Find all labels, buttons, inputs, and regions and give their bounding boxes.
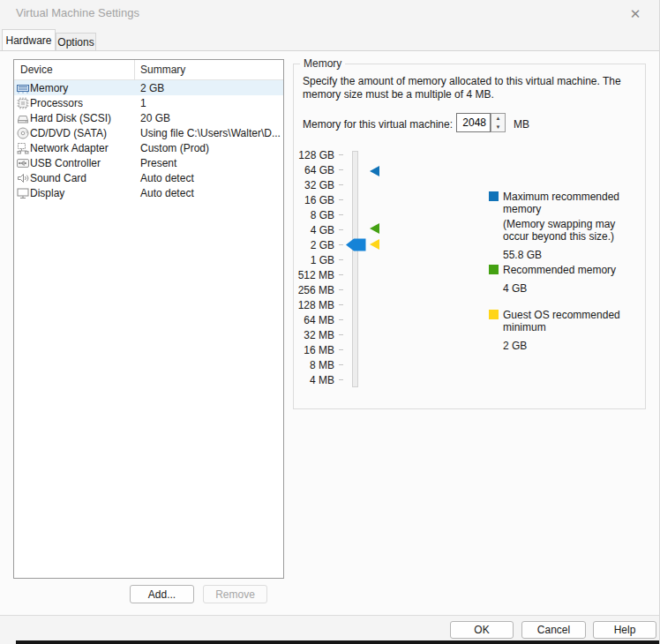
tick-mark [339,334,343,335]
column-header-device[interactable]: Device [20,64,53,76]
legend-value: 55.8 GB [503,249,643,261]
ok-button[interactable]: OK [450,621,514,639]
bottom-edge [16,640,660,644]
tick-mark [339,184,343,185]
device-name: CD/DVD (SATA) [30,127,107,139]
scale-label: 128 GB [298,149,334,161]
scale-label: 64 GB [304,164,334,176]
blue-swatch-icon [489,191,499,201]
hard-disk-icon [16,111,30,125]
column-header-summary[interactable]: Summary [140,64,185,76]
scale-label: 2 GB [311,239,334,251]
cancel-button[interactable]: Cancel [521,621,586,639]
tick-mark [339,244,343,245]
table-row-processors[interactable]: Processors 1 [14,95,283,110]
legend-recommended: Recommended memory 4 GB [489,264,643,295]
legend-label: Guest OS recommended minimum [503,309,643,333]
tick-mark [339,319,343,320]
scale-label: 16 GB [304,194,334,206]
scale-label: 8 GB [311,209,334,221]
close-icon[interactable]: ✕ [624,4,647,25]
tick-mark [339,379,343,380]
help-button[interactable]: Help [593,621,656,639]
memory-value-input[interactable] [456,113,491,132]
device-summary: 20 GB [140,112,170,124]
spinner-down-icon[interactable]: ▼ [491,123,505,131]
table-row-hard-disk[interactable]: Hard Disk (SCSI) 20 GB [14,110,283,125]
network-adapter-icon [16,141,30,155]
green-swatch-icon [489,265,499,274]
device-summary: Custom (Prod) [140,142,209,154]
memory-input-label: Memory for this virtual machine: [303,118,453,131]
table-row-cd-dvd[interactable]: CD/DVD (SATA) Using file C:\Users\Walter… [14,125,283,140]
tick-mark [339,289,343,290]
processor-icon [16,96,30,110]
memory-slider-handle[interactable] [346,238,366,251]
add-button[interactable]: Add... [130,585,194,603]
remove-button[interactable]: Remove [203,585,267,603]
device-summary: Auto detect [140,172,194,184]
display-icon [16,186,30,200]
guest-os-minimum-marker-icon [370,239,379,250]
recommended-marker-icon [370,223,379,234]
hardware-tab-page: Device Summary Memory 2 GB Processors 1 … [0,50,660,615]
device-summary: Present [140,157,176,169]
device-name: Memory [30,82,68,94]
device-name: Processors [30,97,83,109]
table-row-usb-controller[interactable]: USB Controller Present [14,155,283,170]
legend-label: Maximum recommended memory [503,191,643,215]
scale-label: 16 MB [304,344,334,356]
memory-slider-track[interactable] [352,151,358,387]
device-summary: 2 GB [140,82,164,94]
device-name: USB Controller [30,157,101,169]
column-divider [134,60,135,80]
scale-label: 256 MB [298,284,334,296]
scale-label: 1 GB [311,254,334,266]
table-row-sound-card[interactable]: Sound Card Auto detect [14,170,283,185]
device-list-header: Device Summary [14,60,283,80]
tick-mark [339,349,343,350]
device-summary: Using file C:\Users\Walter\D... [140,127,281,139]
scale-label: 8 MB [310,359,334,371]
legend-note: (Memory swapping may occur beyond this s… [503,218,635,243]
tick-mark [339,199,343,200]
cd-dvd-icon [16,126,30,140]
device-name: Hard Disk (SCSI) [30,112,111,124]
tick-mark [339,229,343,230]
scale-label: 32 MB [304,329,334,341]
memory-description: Specify the amount of memory allocated t… [303,75,643,101]
scale-label: 4 MB [310,374,334,386]
tab-strip: Hardware Options [0,29,659,50]
yellow-swatch-icon [489,310,499,319]
tab-options[interactable]: Options [56,33,96,50]
device-summary: 1 [140,97,146,109]
legend-label: Recommended memory [503,264,616,276]
tick-mark [339,259,343,260]
legend-value: 4 GB [503,282,643,295]
table-row-memory[interactable]: Memory 2 GB [14,80,283,95]
device-name: Sound Card [30,172,86,184]
groupbox-title: Memory [300,57,345,70]
legend-value: 2 GB [503,340,643,352]
tick-mark [339,214,343,215]
device-name: Network Adapter [30,142,109,154]
dialog-title: Virtual Machine Settings [16,6,139,19]
scale-label: 64 MB [304,314,334,326]
title-bar: Virtual Machine Settings ✕ [0,0,659,29]
virtual-machine-settings-dialog: Virtual Machine Settings ✕ Hardware Opti… [0,0,660,644]
sound-card-icon [16,171,30,185]
max-recommended-marker-icon [370,166,379,176]
memory-icon [16,81,30,95]
scale-label: 128 MB [298,299,334,311]
tab-hardware[interactable]: Hardware [2,29,56,50]
tick-mark [339,364,343,365]
legend-max-recommended: Maximum recommended memory (Memory swapp… [489,191,643,261]
memory-unit-label: MB [514,118,529,131]
table-row-network-adapter[interactable]: Network Adapter Custom (Prod) [14,140,283,155]
table-row-display[interactable]: Display Auto detect [14,185,283,200]
scale-label: 4 GB [311,224,334,236]
device-list: Device Summary Memory 2 GB Processors 1 … [13,59,284,579]
tick-mark [339,274,343,275]
spinner-up-icon[interactable]: ▲ [491,114,505,123]
scale-label: 32 GB [304,179,334,191]
